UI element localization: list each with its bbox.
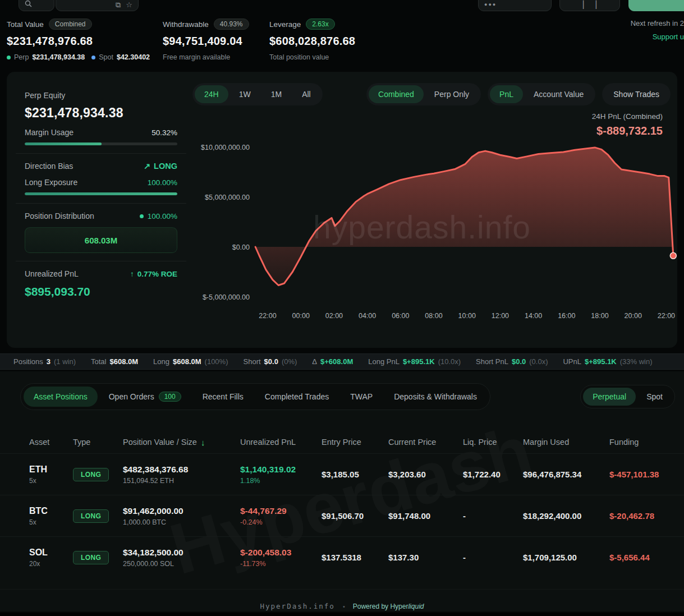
withdrawable-sub: Free margin available	[163, 53, 230, 61]
range-all[interactable]: All	[292, 85, 320, 103]
range-1w[interactable]: 1W	[229, 85, 260, 103]
funding-cell: $-457,101.38	[609, 470, 677, 479]
perp-equity-value: $231,478,934.38	[25, 105, 177, 121]
margin-usage-pct: 50.32%	[152, 128, 177, 137]
leverage-pill: 2.63x	[306, 19, 334, 30]
spot-dot-icon	[91, 56, 95, 59]
pnl-chart: hyperdash.info $10,000,000.00$5,000,000.…	[192, 135, 677, 325]
col-header-liq-price[interactable]: Liq. Price	[463, 438, 523, 447]
search-button[interactable]	[19, 0, 54, 11]
scope-combined[interactable]: Combined	[369, 85, 424, 103]
distribution-value-box: 608.03M	[25, 227, 177, 253]
entry-price-cell: $137.5318	[322, 553, 388, 562]
long-exposure-bar	[25, 192, 177, 195]
scope-switcher: CombinedPerp Only	[366, 83, 481, 105]
col-header-asset[interactable]: Asset	[29, 438, 73, 447]
tab-deposits-withdrawals[interactable]: Deposits & Withdrawals	[384, 387, 487, 407]
market-spot[interactable]: Spot	[637, 388, 672, 406]
col-header-unrealized-pnl[interactable]: Unrealized PnL	[240, 438, 322, 447]
position-value-cell: $482,384,376.68151,094.52 ETH	[123, 465, 240, 485]
y-axis-label: $10,000,000.00	[201, 144, 250, 151]
market-perpetual[interactable]: Perpetual	[583, 388, 636, 406]
tab-asset-positions[interactable]: Asset Positions	[24, 387, 98, 407]
positions-tabs: Asset PositionsOpen Orders100Recent Fill…	[20, 383, 490, 410]
mode-switcher: PnLAccount Value	[488, 83, 595, 105]
position-value-cell: $91,462,000.001,000.00 BTC	[123, 506, 240, 526]
bottom-strip	[0, 613, 684, 616]
y-axis-label: $0.00	[232, 243, 250, 251]
market-type-switcher: PerpetualSpot	[580, 385, 675, 408]
current-price-cell: $3,203.60	[388, 470, 463, 479]
col-header-type[interactable]: Type	[73, 438, 123, 447]
summary-total: Total$608.0M	[91, 357, 138, 366]
summary-: Δ$+608.0M	[312, 357, 353, 366]
mode-account-value[interactable]: Account Value	[524, 85, 593, 103]
primary-action-button[interactable]	[628, 0, 684, 11]
summary-positions: Positions3(1 win)	[13, 357, 76, 366]
dots-grid-icon: ●●●	[484, 1, 497, 8]
support-link[interactable]: Support u	[631, 33, 684, 41]
col-header-entry-price[interactable]: Entry Price	[322, 438, 388, 447]
latest-point-dot	[670, 252, 676, 259]
x-axis-label: 16:00	[558, 312, 575, 320]
liq-price-cell: -	[463, 553, 523, 562]
asset-cell: SOL20x	[29, 548, 73, 568]
y-axis-label: $-5,000,000.00	[203, 293, 250, 301]
refresh-countdown: Next refresh in 2	[631, 19, 684, 27]
unrealized-pnl-label: Unrealized PnL	[25, 269, 79, 278]
position-distribution-label: Position Distribution	[25, 212, 94, 220]
col-header-position-value-size[interactable]: Position Value / Size↓	[123, 438, 240, 447]
leverage-stat: Leverage 2.63x $608,028,876.68 Total pos…	[269, 19, 355, 61]
combined-pill: Combined	[49, 19, 92, 30]
toggle-button[interactable]: ⎮ ⎮	[559, 0, 620, 11]
show-trades-button[interactable]: Show Trades	[602, 83, 671, 105]
position-row-sol[interactable]: SOL20xLONG$34,182,500.00250,000.00 SOL$-…	[0, 536, 684, 578]
col-header-funding[interactable]: Funding	[609, 438, 677, 447]
summary-short-pnl: Short PnL$0.0(0.0x)	[476, 357, 548, 366]
withdrawable-stat: Withdrawable 40.93% $94,751,409.04 Free …	[163, 19, 249, 61]
trend-up-icon: ↗	[144, 162, 150, 171]
scope-perp-only[interactable]: Perp Only	[425, 85, 479, 103]
x-axis-label: 22:00	[259, 312, 276, 320]
table-header-row: AssetTypePosition Value / Size↓Unrealize…	[0, 431, 684, 453]
range-24h[interactable]: 24H	[195, 85, 228, 103]
spot-value: $42.30402	[117, 53, 150, 61]
margin-usage-bar	[25, 142, 177, 145]
apps-button[interactable]: ●●●	[478, 0, 552, 11]
perp-equity-label: Perp Equity	[25, 91, 177, 100]
col-header-current-price[interactable]: Current Price	[388, 438, 463, 447]
margin-used-cell: $18,292,400.00	[523, 511, 609, 521]
perp-dot-icon	[7, 56, 11, 59]
withdrawable-pct-pill: 40.93%	[214, 19, 249, 30]
tab-completed-trades[interactable]: Completed Trades	[255, 387, 339, 407]
funding-cell: $-20,462.78	[609, 511, 677, 521]
x-axis-label: 02:00	[325, 312, 343, 320]
position-row-btc[interactable]: BTC5xLONG$91,462,000.001,000.00 BTC$-44,…	[0, 495, 684, 536]
current-price-cell: $91,748.00	[388, 511, 463, 521]
asset-cell: ETH5x	[29, 465, 73, 485]
star-icon[interactable]: ☆	[126, 1, 132, 8]
x-axis-label: 00:00	[292, 312, 310, 320]
entry-price-cell: $91,506.70	[322, 511, 388, 521]
tab-recent-fills[interactable]: Recent Fills	[192, 387, 254, 407]
position-row-eth[interactable]: ETH5xLONG$482,384,376.68151,094.52 ETH$1…	[0, 453, 684, 495]
x-axis-label: 20:00	[625, 312, 642, 320]
tab-twap[interactable]: TWAP	[340, 387, 383, 407]
col-header-margin-used[interactable]: Margin Used	[523, 438, 609, 447]
y-axis-label: $5,000,000.00	[205, 194, 250, 201]
long-badge: LONG	[73, 468, 109, 481]
summary-upnl: UPnL$+895.1K(33% win)	[563, 357, 652, 366]
mode-pnl[interactable]: PnL	[490, 85, 523, 103]
sort-desc-icon: ↓	[201, 438, 205, 447]
unrealized-pnl-value: $895,093.70	[25, 285, 177, 298]
tab-open-orders[interactable]: Open Orders100	[99, 387, 191, 407]
roe-value: 0.77% ROE	[137, 270, 177, 278]
direction-bias-label: Direction Bias	[25, 162, 73, 171]
powered-by-link[interactable]: Powered by Hyperliquid	[353, 603, 424, 610]
range-1m[interactable]: 1M	[261, 85, 291, 103]
x-axis-label: 08:00	[425, 312, 442, 320]
x-axis-label: 14:00	[525, 312, 542, 320]
wallet-search-input[interactable]: ⧉ ☆	[56, 0, 139, 11]
hyperdash-dashboard: ⧉ ☆ ●●● ⎮ ⎮ Total Value Combined $231,47…	[0, 0, 684, 616]
copy-icon[interactable]: ⧉	[116, 1, 121, 8]
